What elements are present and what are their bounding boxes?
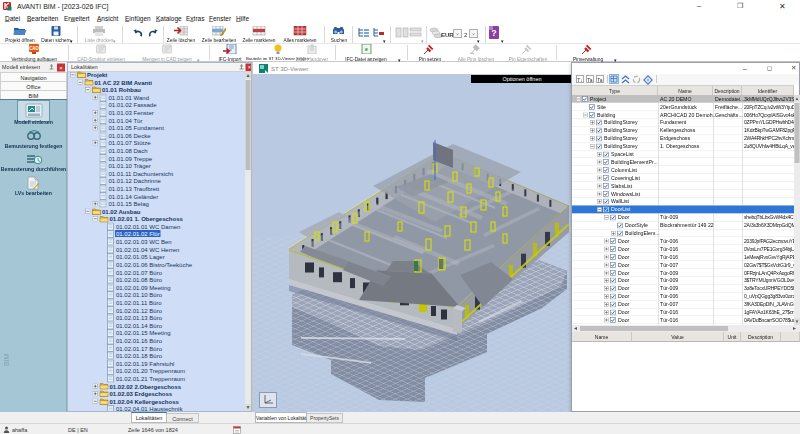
svg-text:CAD: CAD bbox=[29, 46, 39, 51]
svg-text:?: ? bbox=[491, 28, 497, 38]
svg-text:e: e bbox=[365, 46, 368, 52]
